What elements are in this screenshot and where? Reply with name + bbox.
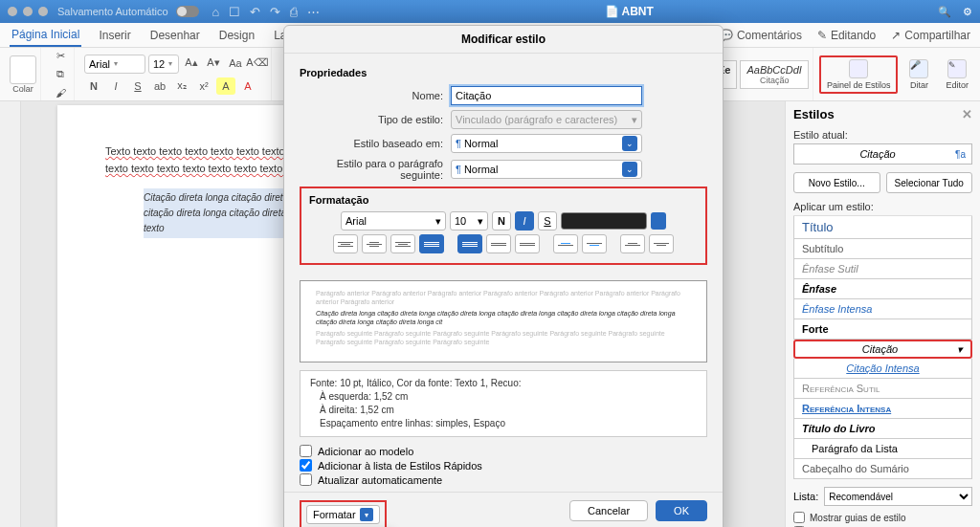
fmt-font-select[interactable]: Arial▾ <box>341 211 446 231</box>
superscript-icon[interactable]: x² <box>194 77 213 95</box>
fmt-color-bar[interactable] <box>561 212 647 230</box>
style-item-ref-sutil[interactable]: Referência Sutil <box>793 379 972 399</box>
more-icon[interactable]: ⋯ <box>307 5 320 19</box>
shrink-font-icon[interactable]: A▾ <box>204 55 223 72</box>
tab-share[interactable]: ↗ Compartilhar <box>891 29 970 42</box>
settings-icon[interactable]: ⚙ <box>963 6 972 18</box>
font-color-icon[interactable]: A <box>238 77 257 95</box>
font-select[interactable]: Arial▾ <box>84 55 145 74</box>
tab-editing[interactable]: ✎ Editando <box>817 29 876 42</box>
editor-icon: ✎ <box>947 59 967 78</box>
style-item-enfase[interactable]: Ênfase <box>793 279 972 299</box>
align-justify-button[interactable] <box>419 234 444 253</box>
chevron-down-icon[interactable]: ▾ <box>957 343 963 356</box>
styles-pane-icon <box>849 59 868 78</box>
style-item-enf-sutil[interactable]: Ênfase Sutil <box>793 259 972 279</box>
spacing-15-button[interactable] <box>486 234 511 253</box>
based-on-select[interactable]: ¶Normal⌄ <box>451 134 642 153</box>
italic-button[interactable]: I <box>106 77 125 95</box>
close-icon[interactable]: ✕ <box>962 107 972 121</box>
cancel-button[interactable]: Cancelar <box>569 500 648 521</box>
strike-icon[interactable]: ab <box>150 77 169 95</box>
select-all-button[interactable]: Selecionar Tudo <box>886 172 973 193</box>
chk-add-template[interactable]: Adicionar ao modelo <box>300 445 707 457</box>
space-after-button[interactable] <box>582 234 607 253</box>
chk-quick-styles[interactable]: Adicionar à lista de Estilos Rápidos <box>300 459 707 472</box>
align-right-button[interactable] <box>390 234 415 253</box>
style-item-forte[interactable]: Forte <box>793 319 972 340</box>
space-before-button[interactable] <box>553 234 578 253</box>
style-item-ref-int[interactable]: Referência Intensa <box>793 399 972 419</box>
style-item-titulo[interactable]: Título <box>793 216 972 239</box>
name-label: Nome: <box>300 90 443 101</box>
subscript-icon[interactable]: x₂ <box>172 77 191 95</box>
paste-button[interactable] <box>10 55 36 84</box>
fmt-italic-button[interactable]: I <box>515 211 534 231</box>
styles-pane-button[interactable]: Painel de Estilos <box>819 55 899 94</box>
pilcrow-icon: ¶a <box>955 149 966 160</box>
fmt-bold-button[interactable]: N <box>492 211 511 231</box>
clear-format-icon[interactable]: A⌫ <box>248 55 267 72</box>
style-item-cab-sum[interactable]: Cabeçalho do Sumário <box>793 459 972 479</box>
font-size-select[interactable]: 12▾ <box>148 55 179 74</box>
cut-icon[interactable]: ✂ <box>51 48 70 64</box>
clipboard-extra: ✂ ⧉ 🖌 <box>47 48 75 100</box>
list-select[interactable]: Recomendável <box>824 487 972 506</box>
quick-access: ⌂ ☐ ↶ ↷ ⎙ ⋯ <box>212 5 321 19</box>
new-style-button[interactable]: Novo Estilo... <box>793 172 880 193</box>
chk-auto-update[interactable]: Atualizar automaticamente <box>300 473 707 486</box>
tab-design[interactable]: Design <box>217 25 256 46</box>
format-button-wrap: Formatar▾ Fonte... Parágrafo... Tabulaçõ… <box>300 500 387 527</box>
editor-button[interactable]: ✎ Editor <box>940 57 974 92</box>
style-item-cit-int[interactable]: Citação Intensa <box>793 359 972 379</box>
autosave-toggle[interactable] <box>176 6 199 17</box>
based-on-label: Estilo baseado em: <box>300 138 443 149</box>
indent-left-button[interactable] <box>620 234 645 253</box>
align-left-button[interactable] <box>333 234 358 253</box>
fmt-size-select[interactable]: 10▾ <box>450 211 488 231</box>
highlight-icon[interactable]: A <box>216 77 235 95</box>
vertical-ruler <box>0 101 21 527</box>
traffic-lights[interactable] <box>8 7 48 16</box>
spacing-2-button[interactable] <box>515 234 540 253</box>
style-item-subtitulo[interactable]: Subtítulo <box>793 239 972 259</box>
print-icon[interactable]: ⎙ <box>290 5 298 19</box>
style-item-tit-livro[interactable]: Título do Livro <box>793 419 972 439</box>
next-para-select[interactable]: ¶Normal⌄ <box>451 160 642 179</box>
copy-icon[interactable]: ⧉ <box>51 66 70 82</box>
change-case-icon[interactable]: Aa <box>226 55 245 72</box>
undo-icon[interactable]: ↶ <box>250 5 260 19</box>
current-style-box[interactable]: Citação ¶a <box>793 143 972 165</box>
save-icon[interactable]: ☐ <box>229 5 240 19</box>
home-icon[interactable]: ⌂ <box>212 5 220 19</box>
tab-home[interactable]: Página Inicial <box>10 24 81 47</box>
grow-font-icon[interactable]: A▴ <box>182 55 201 72</box>
style-citacao[interactable]: AaBbCcDdI Citação <box>740 60 808 89</box>
style-item-par-lista[interactable]: Parágrafo da Lista <box>793 439 972 459</box>
fmt-color-dropdown[interactable] <box>651 212 666 230</box>
format-button[interactable]: Formatar▾ <box>306 505 380 524</box>
tab-draw[interactable]: Desenhar <box>148 25 202 46</box>
paste-label: Colar <box>12 84 33 94</box>
name-input[interactable] <box>451 86 642 105</box>
next-para-label: Estilo para o parágrafo seguinte: <box>300 158 443 181</box>
ok-button[interactable]: OK <box>656 500 707 521</box>
chk-style-guides[interactable]: Mostrar guias de estilo <box>793 512 972 523</box>
format-painter-icon[interactable]: 🖌 <box>51 84 70 100</box>
list-label: Lista: <box>793 491 818 502</box>
dictate-button[interactable]: 🎤 Ditar <box>903 57 934 92</box>
dialog-title: Modificar estilo <box>284 26 723 54</box>
underline-button[interactable]: S <box>128 77 147 95</box>
redo-icon[interactable]: ↷ <box>270 5 280 19</box>
spacing-1-button[interactable] <box>457 234 482 253</box>
bold-button[interactable]: N <box>84 77 103 95</box>
style-item-enf-int[interactable]: Ênfase Intensa <box>793 299 972 319</box>
search-icon[interactable]: 🔍 <box>938 6 951 18</box>
align-center-button[interactable] <box>362 234 387 253</box>
style-item-citacao[interactable]: Citação▾ <box>793 340 972 359</box>
tab-comments[interactable]: 💬 Comentários <box>719 29 802 42</box>
indent-right-button[interactable] <box>649 234 674 253</box>
fmt-underline-button[interactable]: S <box>538 211 557 231</box>
type-select: Vinculado (parágrafo e caracteres)▾ <box>451 110 642 129</box>
tab-insert[interactable]: Inserir <box>97 25 132 46</box>
